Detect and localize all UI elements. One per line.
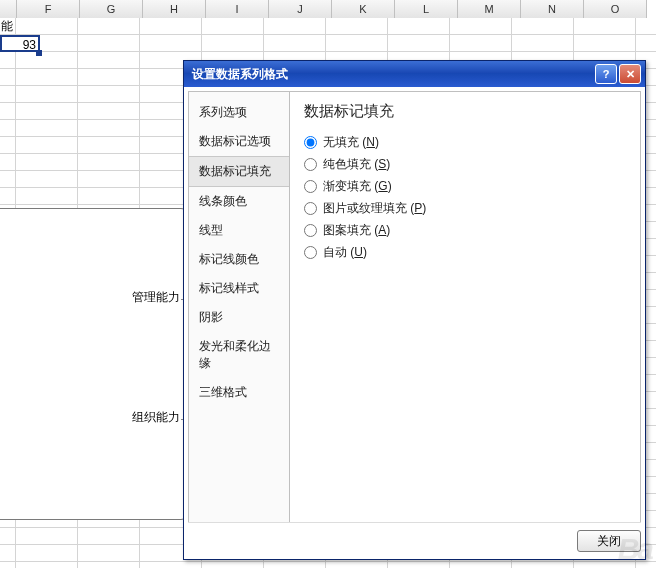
column-header-g[interactable]: G — [80, 0, 143, 19]
column-header-i[interactable]: I — [206, 0, 269, 19]
column-header-m[interactable]: M — [458, 0, 521, 19]
column-header-l[interactable]: L — [395, 0, 458, 19]
fill-handle[interactable] — [36, 50, 42, 56]
help-button[interactable]: ? — [595, 64, 617, 84]
dialog-title: 设置数据系列格式 — [188, 66, 593, 83]
col-gutter — [0, 0, 17, 19]
category-list: 系列选项数据标记选项数据标记填充线条颜色线型标记线颜色标记线样式阴影发光和柔化边… — [188, 91, 290, 523]
fill-option-gradient[interactable]: 渐变填充 (G) — [304, 175, 626, 197]
category-item[interactable]: 三维格式 — [189, 378, 289, 407]
fill-radio-none[interactable] — [304, 136, 317, 149]
column-header-j[interactable]: J — [269, 0, 332, 19]
embedded-chart[interactable]: 管理能力 组织能力 — [0, 208, 187, 520]
column-header-f[interactable]: F — [17, 0, 80, 19]
category-item[interactable]: 系列选项 — [189, 98, 289, 127]
category-item[interactable]: 线型 — [189, 216, 289, 245]
category-item[interactable]: 阴影 — [189, 303, 289, 332]
category-item[interactable]: 数据标记选项 — [189, 127, 289, 156]
column-header-n[interactable]: N — [521, 0, 584, 19]
fill-options: 无填充 (N)纯色填充 (S)渐变填充 (G)图片或纹理填充 (P)图案填充 (… — [304, 131, 626, 263]
category-item[interactable]: 数据标记填充 — [189, 156, 289, 187]
category-item[interactable]: 标记线颜色 — [189, 245, 289, 274]
options-panel: 数据标记填充 无填充 (N)纯色填充 (S)渐变填充 (G)图片或纹理填充 (P… — [290, 91, 641, 523]
chart-axis-label-1: 管理能力 — [132, 289, 180, 306]
dialog-titlebar[interactable]: 设置数据系列格式 ? ✕ — [184, 61, 645, 87]
close-button[interactable]: 关闭 — [577, 530, 641, 552]
fill-radio-solid[interactable] — [304, 158, 317, 171]
dialog-footer: 关闭 — [188, 522, 641, 555]
fill-radio-pattern[interactable] — [304, 224, 317, 237]
category-item[interactable]: 线条颜色 — [189, 187, 289, 216]
panel-title: 数据标记填充 — [304, 102, 626, 121]
app-root: FGHIJKLMNO 能力 93 管理能力 组织能力 设置数据系列格式 ? ✕ … — [0, 0, 656, 568]
fill-option-auto[interactable]: 自动 (U) — [304, 241, 626, 263]
fill-option-solid[interactable]: 纯色填充 (S) — [304, 153, 626, 175]
close-icon[interactable]: ✕ — [619, 64, 641, 84]
column-headers: FGHIJKLMNO — [0, 0, 656, 18]
active-cell-f2[interactable]: 93 — [0, 35, 40, 52]
fill-option-pattern[interactable]: 图案填充 (A) — [304, 219, 626, 241]
column-header-h[interactable]: H — [143, 0, 206, 19]
cell-f1[interactable]: 能力 — [0, 18, 15, 35]
fill-option-none[interactable]: 无填充 (N) — [304, 131, 626, 153]
category-item[interactable]: 发光和柔化边缘 — [189, 332, 289, 378]
fill-radio-gradient[interactable] — [304, 180, 317, 193]
column-header-k[interactable]: K — [332, 0, 395, 19]
format-data-series-dialog: 设置数据系列格式 ? ✕ 系列选项数据标记选项数据标记填充线条颜色线型标记线颜色… — [183, 60, 646, 560]
column-header-o[interactable]: O — [584, 0, 647, 19]
fill-radio-picture[interactable] — [304, 202, 317, 215]
fill-radio-auto[interactable] — [304, 246, 317, 259]
chart-axis-label-2: 组织能力 — [132, 409, 180, 426]
dialog-body: 系列选项数据标记选项数据标记填充线条颜色线型标记线颜色标记线样式阴影发光和柔化边… — [188, 91, 641, 523]
category-item[interactable]: 标记线样式 — [189, 274, 289, 303]
fill-option-picture[interactable]: 图片或纹理填充 (P) — [304, 197, 626, 219]
